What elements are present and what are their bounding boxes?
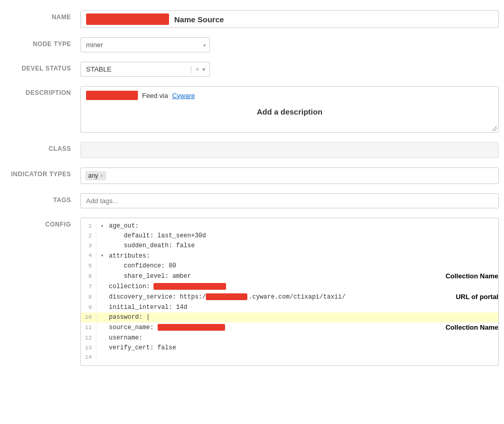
tags-row: TAGS	[5, 193, 499, 208]
description-input-container[interactable]: Feed via Cyware Add a description	[80, 86, 499, 133]
line-num-10: 10	[81, 313, 96, 322]
line-num-8: 8	[81, 293, 96, 302]
line-content-1: age_out:	[109, 221, 498, 231]
line-content-7: collection:	[109, 282, 498, 292]
description-redacted	[86, 91, 138, 100]
name-redacted	[86, 13, 169, 25]
description-placeholder: Add a description	[86, 103, 493, 118]
config-line-9: 9 initial_interval: 14d	[81, 303, 498, 313]
name-label: NAME	[5, 10, 80, 21]
line-num-14: 14	[81, 353, 96, 362]
config-row: CONFIG 1 ▾ age_out: 2 default: last_seen…	[5, 218, 499, 366]
line-num-9: 9	[81, 303, 96, 313]
node-type-label: NODE TYPE	[5, 37, 80, 48]
config-lines-container: 1 ▾ age_out: 2 default: last_seen+30d 3 …	[81, 218, 498, 365]
tags-control-wrap	[80, 193, 499, 208]
line-content-4: attributes:	[109, 251, 498, 261]
name-control-wrap: Name Source	[80, 10, 499, 28]
node-type-select-wrap[interactable]: miner processor output ▾	[80, 37, 210, 52]
tags-input[interactable]	[80, 193, 499, 208]
name-row: NAME Name Source	[5, 10, 499, 28]
line-num-13: 13	[81, 344, 96, 353]
description-label: DESCRIPTION	[5, 86, 80, 96]
line-toggle-4[interactable]: ▾	[101, 252, 108, 260]
devel-status-label: DEVEL STATUS	[5, 62, 80, 72]
line-content-9: initial_interval: 14d	[109, 303, 498, 313]
config-line-5: 5 confidence: 80	[81, 261, 498, 271]
config-label: CONFIG	[5, 218, 80, 228]
devel-status-buttons[interactable]: × ▾	[191, 66, 209, 73]
line-num-5: 5	[81, 262, 96, 271]
devel-status-row: DEVEL STATUS STABLE × ▾	[5, 62, 499, 77]
any-chip: any ×	[85, 171, 106, 180]
line-num-4: 4	[81, 251, 96, 261]
node-type-row: NODE TYPE miner processor output ▾	[5, 37, 499, 52]
class-control-wrap: minemeld.ft.taxii.TaxiiClient	[80, 142, 499, 158]
devel-status-control-wrap: STABLE × ▾	[80, 62, 499, 77]
config-line-10: 10 password: |	[81, 313, 498, 322]
description-control-wrap: Feed via Cyware Add a description	[80, 86, 499, 133]
devel-status-clear-button[interactable]: ×	[195, 66, 199, 73]
line-content-3: sudden_death: false	[109, 241, 498, 251]
line-content-11: source_name:	[109, 323, 435, 333]
line-num-2: 2	[81, 232, 96, 241]
name-placeholder-text: Name Source	[174, 15, 224, 24]
class-input[interactable]: minemeld.ft.taxii.TaxiiClient	[80, 142, 499, 158]
line-toggle-1[interactable]: ▾	[101, 222, 108, 231]
description-prefix-text: Feed via	[142, 92, 168, 100]
config-line-13: 13 verify_cert: false	[81, 343, 498, 353]
config-line-2: 2 default: last_seen+30d	[81, 231, 498, 241]
line-num-6: 6	[81, 272, 96, 281]
config-line-4: 4 ▾ attributes:	[81, 251, 498, 261]
line-content-10: password: |	[109, 313, 498, 322]
name-input-container[interactable]: Name Source	[80, 10, 499, 28]
line-num-3: 3	[81, 242, 96, 251]
config-editor[interactable]: 1 ▾ age_out: 2 default: last_seen+30d 3 …	[80, 218, 499, 366]
cyware-link[interactable]: Cyware	[172, 92, 195, 100]
description-row: DESCRIPTION Feed via Cyware Add a descri…	[5, 86, 499, 133]
resize-handle-icon[interactable]	[492, 126, 497, 131]
collection-name-annotation-1: Collection Name	[445, 271, 498, 282]
line-num-11: 11	[81, 323, 96, 333]
line-content-13: verify_cert: false	[109, 343, 498, 353]
node-type-select[interactable]: miner processor output	[80, 37, 210, 52]
indicator-types-label: INDICATOR TYPES	[5, 167, 80, 178]
config-line-7: 7 collection:	[81, 282, 498, 292]
config-control-wrap: 1 ▾ age_out: 2 default: last_seen+30d 3 …	[80, 218, 499, 366]
indicator-types-row: INDICATOR TYPES any ×	[5, 167, 499, 184]
config-line-8: 8 discovery_service: https:/.cyware.com/…	[81, 292, 498, 303]
any-chip-remove-button[interactable]: ×	[100, 173, 103, 179]
any-chip-label: any	[88, 172, 98, 179]
class-label: CLASS	[5, 142, 80, 152]
tags-label: TAGS	[5, 193, 80, 204]
class-row: CLASS minemeld.ft.taxii.TaxiiClient	[5, 142, 499, 158]
node-type-control-wrap: miner processor output ▾	[80, 37, 499, 52]
line-content-6: share_level: amber	[109, 272, 435, 281]
devel-status-value: STABLE	[81, 62, 191, 76]
config-line-1: 1 ▾ age_out:	[81, 221, 498, 231]
url-portal-annotation: URL of portal	[456, 292, 498, 303]
line-num-12: 12	[81, 334, 96, 343]
line-num-1: 1	[81, 222, 96, 231]
line-content-5: confidence: 80	[109, 261, 498, 271]
collection-name-annotation-2: Collection Name	[445, 322, 498, 333]
config-line-3: 3 sudden_death: false	[81, 241, 498, 251]
devel-status-select-wrap[interactable]: STABLE × ▾	[80, 62, 210, 77]
line-content-2: default: last_seen+30d	[109, 231, 498, 241]
config-line-14: 14	[81, 353, 498, 362]
line-content-12: username:	[109, 333, 498, 343]
line-content-8: discovery_service: https:/.cyware.com/ct…	[109, 292, 445, 302]
config-line-11: 11 source_name: Collection Name	[81, 322, 498, 333]
devel-status-arrow-icon: ▾	[202, 66, 205, 73]
indicator-types-control-wrap: any ×	[80, 167, 499, 184]
config-line-12: 12 username:	[81, 333, 498, 343]
description-top-row: Feed via Cyware	[86, 91, 493, 100]
config-line-6: 6 share_level: amber Collection Name	[81, 271, 498, 282]
indicator-types-input[interactable]: any ×	[80, 167, 499, 184]
line-num-7: 7	[81, 282, 96, 292]
